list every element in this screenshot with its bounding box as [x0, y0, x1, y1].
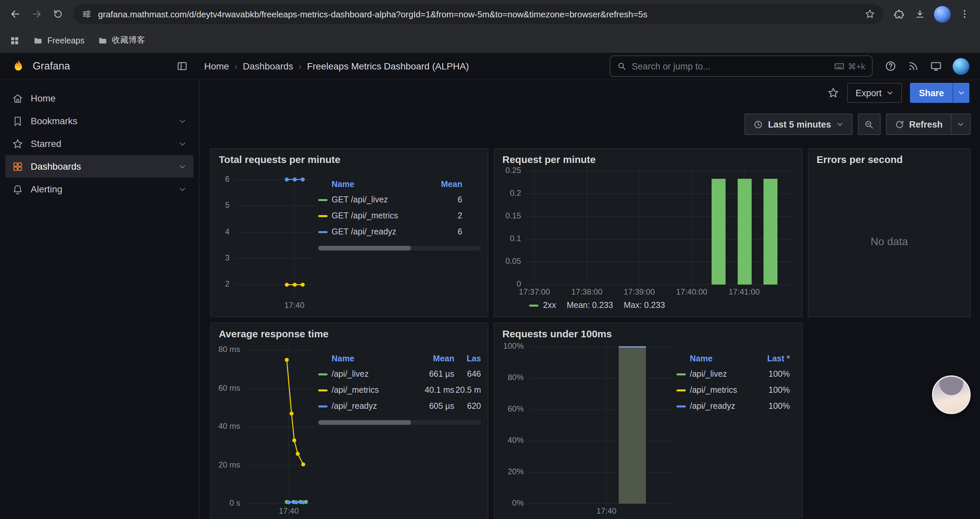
keyboard-icon: [834, 61, 845, 72]
sidebar-item-home[interactable]: Home: [5, 87, 194, 110]
share-menu-button[interactable]: [953, 83, 969, 103]
series-name[interactable]: /api/_readyz: [690, 401, 735, 411]
panel-errors-per-second: Errors per second No data: [808, 148, 970, 317]
series-name[interactable]: GET /api/_metrics: [332, 211, 398, 220]
legend-row: /api/_readyz605 µs620: [318, 398, 481, 414]
legend-row: /api/_readyz100%: [676, 398, 795, 414]
legend-header[interactable]: Name: [676, 354, 752, 363]
panel-title[interactable]: Errors per second: [808, 149, 970, 166]
legend-header[interactable]: Mean: [425, 180, 462, 189]
sidebar-item-alerting[interactable]: Alerting: [5, 178, 194, 200]
legend-header[interactable]: Las: [454, 354, 481, 363]
search-input[interactable]: Search or jump to... ⌘+k: [610, 56, 873, 77]
url-bar[interactable]: grafana.mathmast.com/d/deytv4rwavabkb/fr…: [73, 4, 883, 24]
breadcrumb-item[interactable]: Home: [204, 61, 229, 72]
panel-title[interactable]: Request per minute: [494, 149, 802, 166]
series-name[interactable]: /api/_metrics: [332, 385, 379, 395]
series-swatch: [676, 373, 686, 375]
user-avatar[interactable]: [953, 58, 969, 75]
grafana-logo-icon[interactable]: [11, 58, 26, 74]
series-value: 661 µs: [412, 369, 454, 379]
back-icon: [10, 8, 21, 20]
legend-requests-under-100ms: NameLast */api/_livez100%/api/_metrics10…: [676, 341, 795, 517]
bookmark-star-icon[interactable]: [865, 9, 875, 19]
legend-scrollbar[interactable]: [318, 420, 481, 425]
series-name[interactable]: /api/_livez: [332, 369, 369, 379]
favorite-star-icon[interactable]: [827, 87, 840, 99]
chart-requests-per-minute[interactable]: 0.250.20.150.10.05017:37:0017:38:0017:39…: [501, 166, 795, 298]
chevron-down-icon[interactable]: [178, 139, 187, 148]
legend-item-2xx[interactable]: 2xx: [529, 300, 556, 310]
series-name[interactable]: /api/_readyz: [332, 401, 377, 411]
panel-title[interactable]: Average response time: [211, 323, 488, 341]
refresh-group: Refresh: [886, 113, 970, 135]
bookmark-icon: [12, 115, 23, 126]
sidebar-item-bookmarks[interactable]: Bookmarks: [5, 110, 194, 132]
back-button[interactable]: [5, 4, 25, 24]
apps-grid-icon[interactable]: [10, 35, 20, 46]
legend-header[interactable]: Last *: [752, 354, 790, 363]
bookmark-freeleaps[interactable]: Freeleaps: [33, 36, 84, 45]
sidebar-item-label: Dashboards: [31, 161, 81, 172]
panel-grid: Total requests per minute 6543217:40 Nam…: [210, 148, 970, 519]
refresh-button[interactable]: Refresh: [886, 113, 951, 135]
panel-title[interactable]: Requests under 100ms: [494, 323, 802, 341]
refresh-interval-button[interactable]: [951, 113, 970, 135]
sidebar-item-label: Starred: [31, 138, 61, 149]
folder-icon: [98, 36, 107, 45]
assistant-avatar[interactable]: [932, 375, 970, 414]
series-name[interactable]: /api/_livez: [690, 369, 727, 379]
legend-row: GET /api/_readyz6: [318, 224, 481, 240]
legend-header[interactable]: Name: [318, 354, 412, 363]
puzzle-icon: [893, 9, 904, 19]
breadcrumb-separator: ›: [293, 61, 307, 72]
y-axis-label: 0 s: [218, 498, 240, 508]
sidebar-item-dashboards[interactable]: Dashboards: [5, 155, 194, 178]
chart-requests-under-100ms[interactable]: 100%80%60%40%20%0%17:40: [501, 341, 673, 517]
bookmarks-bar: Freeleaps 收藏博客: [0, 28, 980, 53]
downloads-button[interactable]: [910, 4, 930, 24]
series-value: 2: [425, 211, 462, 220]
search-shortcut: ⌘+k: [834, 61, 865, 72]
chevron-down-icon[interactable]: [178, 185, 187, 193]
folder-icon: [33, 36, 43, 45]
browser-profile-avatar[interactable]: [934, 6, 951, 22]
reload-button[interactable]: [48, 4, 68, 24]
zoom-out-button[interactable]: [858, 113, 880, 135]
browser-menu-button[interactable]: [955, 4, 975, 24]
breadcrumb-item[interactable]: Dashboards: [243, 61, 293, 72]
share-button[interactable]: Share: [910, 83, 953, 103]
chart-total-requests[interactable]: 6543217:40: [218, 166, 314, 311]
time-range-picker[interactable]: Last 5 minutes: [745, 113, 852, 135]
y-axis-label: 80%: [501, 373, 524, 382]
legend-max: Max: 0.233: [624, 300, 665, 310]
export-button[interactable]: Export: [848, 83, 902, 103]
y-axis-label: 40 ms: [218, 422, 240, 431]
legend-header[interactable]: Name: [318, 180, 425, 189]
panel-title[interactable]: Total requests per minute: [211, 149, 488, 166]
sidebar-item-starred[interactable]: Starred: [5, 132, 194, 155]
legend-scrollbar[interactable]: [318, 246, 481, 251]
help-icon[interactable]: [885, 60, 897, 72]
series-name[interactable]: GET /api/_readyz: [332, 227, 396, 236]
site-settings-icon[interactable]: [81, 9, 92, 19]
news-rss-icon[interactable]: [907, 60, 919, 72]
series-value: 620: [454, 401, 481, 411]
series-name[interactable]: GET /api/_livez: [332, 195, 388, 204]
chevron-down-icon[interactable]: [178, 162, 187, 171]
forward-button[interactable]: [27, 4, 47, 24]
breadcrumb-separator: ›: [229, 61, 243, 72]
sidebar-toggle-icon[interactable]: [176, 60, 188, 72]
kiosk-monitor-icon[interactable]: [930, 60, 942, 72]
url-text[interactable]: grafana.mathmast.com/d/deytv4rwavabkb/fr…: [98, 9, 859, 19]
extensions-button[interactable]: [889, 4, 908, 24]
x-axis-label: 17:40: [284, 300, 304, 310]
header-actions: [885, 58, 969, 75]
bookmark-blog[interactable]: 收藏博客: [98, 35, 145, 46]
chart-average-response-time[interactable]: 80 ms60 ms40 ms20 ms0 s17:40: [218, 341, 314, 517]
y-axis-label: 3: [218, 253, 229, 262]
legend-header[interactable]: Mean: [412, 354, 454, 363]
chevron-down-icon[interactable]: [178, 117, 187, 125]
panel-total-requests: Total requests per minute 6543217:40 Nam…: [210, 148, 488, 317]
series-name[interactable]: /api/_metrics: [690, 385, 737, 395]
